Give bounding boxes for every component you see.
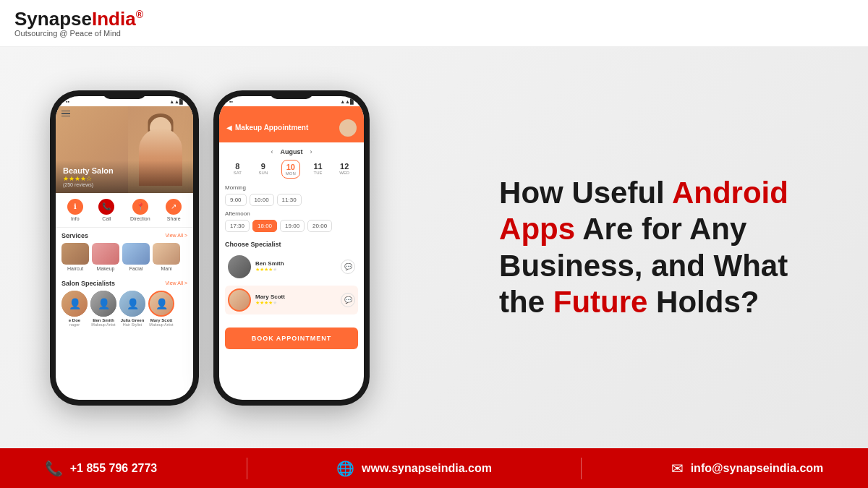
status-icons2: ▲▲▉ (340, 99, 354, 105)
hero-stars: ★★★★☆ (63, 175, 186, 182)
date-10[interactable]: 10 MON (281, 160, 300, 179)
date-9-num: 9 (259, 162, 268, 171)
date-row: 8 SAT 9 SUN 10 MON 11 TU (225, 160, 358, 179)
hero-reviews: (250 reviews) (63, 182, 186, 187)
next-month-arrow[interactable]: › (310, 148, 312, 155)
action-direction[interactable]: 📍 Direction (130, 199, 150, 221)
facial-thumb (122, 243, 150, 265)
morning-section: Morning 9:00 10:00 11:30 (219, 184, 364, 210)
phone2-header-left: ◀ Makeup Appointment (226, 124, 308, 132)
slot-1800[interactable]: 18:00 (252, 220, 277, 232)
call-icon: 📞 (98, 199, 114, 215)
date-9[interactable]: 9 SUN (255, 160, 272, 179)
calendar-section: ‹ August › 8 SAT 9 SUN (219, 142, 364, 184)
spec-bensmith-info: Ben Smith ★★★★★ (255, 260, 336, 273)
date-10-num: 10 (286, 163, 296, 171)
action-call[interactable]: 📞 Call (98, 199, 114, 221)
footer-email[interactable]: info@synapseindia.com (691, 462, 824, 475)
haircut-label: Haircut (61, 266, 89, 271)
globe-icon: 🌐 (336, 460, 354, 477)
phone2-header: ◀ Makeup Appointment (219, 106, 364, 142)
phone2-screen: ▪▪ ▲▲▉ ◀ Makeup Appointment ‹ August (219, 96, 364, 400)
specialists-row: 👤 e Doe nager 👤 Ben Smith Makeup Artist (61, 291, 187, 327)
specialist-doe-avatar: 👤 (61, 291, 88, 317)
share-icon: ↗ (166, 199, 182, 215)
action-share-label: Share (166, 216, 182, 221)
spec-maryscott-name: Mary Scott (255, 294, 336, 300)
specialist-maryscott[interactable]: 👤 Mary Scott Makeup Artist (148, 291, 174, 327)
footer-email-item: ✉ info@synapseindia.com (671, 460, 824, 477)
service-facial[interactable]: Facial (122, 243, 150, 271)
footer-website[interactable]: www.synapseindia.com (362, 462, 492, 475)
slot-1000[interactable]: 10:00 (250, 194, 274, 206)
service-haircut[interactable]: Haircut (61, 243, 89, 271)
footer-phone-item: 📞 +1 855 796 2773 (45, 460, 158, 477)
service-mani[interactable]: Mani (153, 243, 180, 271)
specialist-doe[interactable]: 👤 e Doe nager (61, 291, 88, 327)
specialist-card-maryscott[interactable]: Mary Scott ★★★★★ 💬 (225, 286, 358, 314)
hamburger-icon (61, 111, 70, 117)
date-11[interactable]: 11 TUE (310, 160, 326, 179)
chat-icon-maryscott[interactable]: 💬 (341, 293, 355, 307)
date-8[interactable]: 8 SAT (230, 160, 245, 179)
afternoon-section: Afternoon 17:30 18:00 19:00 20:00 (219, 210, 364, 236)
spec-maryscott-info: Mary Scott ★★★★★ (255, 294, 336, 306)
specialist-maryscott-avatar: 👤 (148, 291, 174, 317)
choose-specialist-section: Choose Specialist Ben Smith ★★★★★ 💬 Mary… (219, 236, 364, 323)
footer-website-item: 🌐 www.synapseindia.com (336, 460, 492, 477)
status-icons: ▲▲▉ (169, 99, 183, 105)
header: SynapseIndia® Outsourcing @ Peace of Min… (0, 0, 868, 47)
info-icon: ℹ (67, 199, 83, 215)
status-time2: ▪▪ (229, 99, 233, 104)
date-11-day: TUE (313, 171, 322, 175)
specialist-juliagreen-name: Julia Green (119, 318, 145, 322)
spec-bensmith-name: Ben Smith (255, 260, 336, 267)
logo-reg: ® (136, 9, 143, 20)
footer-divider-2 (581, 458, 582, 479)
spec-bensmith-avatar (228, 255, 251, 278)
choose-specialist-title: Choose Specialist (225, 241, 358, 248)
chat-icon-bensmith[interactable]: 💬 (341, 260, 355, 274)
specialist-card-bensmith[interactable]: Ben Smith ★★★★★ 💬 (225, 252, 358, 281)
specialists-header: Salon Specialists View All > (61, 280, 187, 287)
specialist-juliagreen[interactable]: 👤 Julia Green Hair Stylist (119, 291, 145, 327)
specialist-maryscott-name: Mary Scott (148, 318, 174, 322)
date-12[interactable]: 12 WED (336, 160, 353, 179)
action-info-label: Info (67, 216, 83, 221)
specialist-bensmith-avatar: 👤 (90, 291, 116, 317)
service-makeup[interactable]: Makeup (92, 243, 119, 271)
date-12-num: 12 (339, 162, 349, 171)
date-11-num: 11 (313, 162, 322, 171)
services-view-all[interactable]: View All > (166, 233, 187, 238)
slot-2000[interactable]: 20:00 (307, 220, 332, 232)
makeup-thumb (92, 243, 119, 265)
morning-slots: 9:00 10:00 11:30 (225, 194, 358, 206)
footer-phone[interactable]: +1 855 796 2773 (70, 462, 158, 475)
direction-icon: 📍 (132, 199, 148, 215)
action-share[interactable]: ↗ Share (166, 199, 182, 221)
slot-900[interactable]: 9:00 (225, 194, 247, 206)
headline-future: Future (553, 285, 648, 319)
services-section: Services View All > Haircut Makeup (56, 228, 193, 275)
phone2-notch (270, 90, 313, 99)
slot-1130[interactable]: 11:30 (277, 194, 302, 206)
slot-1900[interactable]: 19:00 (280, 220, 305, 232)
logo-india: India (92, 8, 136, 30)
specialists-view-all[interactable]: View All > (166, 281, 187, 286)
specialist-doe-role: nager (61, 322, 88, 327)
specialist-bensmith-role: Makeup Artist (90, 322, 116, 327)
phone1-notch (103, 90, 146, 99)
headline-line4: the Future Holds? (499, 284, 788, 320)
action-direction-label: Direction (130, 216, 150, 221)
headline-line1: How Useful Android (499, 175, 788, 211)
phone1-top-bar (61, 111, 75, 117)
action-info[interactable]: ℹ Info (67, 199, 83, 221)
services-header: Services View All > (61, 232, 187, 239)
spec-maryscott-stars: ★★★★★ (255, 300, 336, 306)
slot-1730[interactable]: 17:30 (225, 220, 250, 232)
back-arrow-icon[interactable]: ◀ (226, 124, 232, 132)
prev-month-arrow[interactable]: ‹ (271, 148, 273, 155)
date-8-num: 8 (234, 162, 242, 171)
book-appointment-button[interactable]: BOOK APPOINTMENT (225, 328, 358, 349)
specialist-bensmith[interactable]: 👤 Ben Smith Makeup Artist (90, 291, 116, 327)
